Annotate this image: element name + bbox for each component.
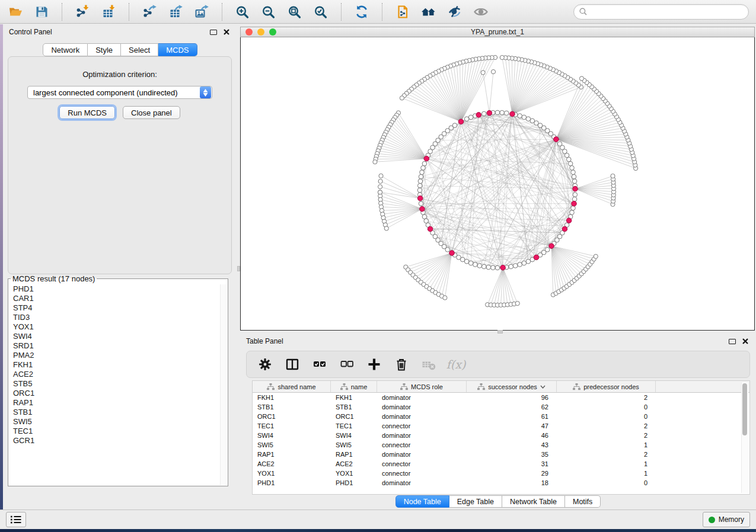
graph-leaf-node[interactable] [379,174,383,178]
table-row[interactable]: PHD1PHD1dominator180 [253,478,749,488]
tab-style[interactable]: Style [88,43,121,56]
graph-edge[interactable] [512,58,513,114]
mcds-result-item[interactable]: SWI4 [13,332,220,341]
graph-node[interactable] [445,248,450,252]
tab-select[interactable]: Select [121,43,158,56]
graph-node[interactable] [504,111,509,116]
graph-node[interactable] [486,265,491,270]
graph-edge[interactable] [395,117,426,158]
export-image-icon[interactable] [193,4,210,20]
graph-edge[interactable] [414,87,461,122]
graph-node[interactable] [522,261,527,265]
graph-hub-node[interactable] [449,251,455,256]
network-canvas[interactable] [240,37,755,331]
table-row[interactable]: RAP1RAP1dominator352 [253,450,749,459]
graph-hub-node[interactable] [458,119,464,124]
graph-leaf-node[interactable] [400,96,404,100]
graph-node[interactable] [417,184,422,188]
graph-node[interactable] [491,265,496,270]
graph-edge[interactable] [512,68,550,114]
import-table-icon[interactable] [100,4,117,20]
mcds-result-item[interactable]: GCR1 [13,436,220,446]
graph-node[interactable] [518,114,522,118]
import-network-icon[interactable] [74,4,91,20]
graph-hub-node[interactable] [424,156,429,161]
mcds-result-item[interactable]: SRD1 [13,341,220,351]
network-from-document-icon[interactable] [394,4,411,20]
graph-node[interactable] [572,197,577,201]
graph-node[interactable] [513,264,518,268]
table-row[interactable]: YOX1YOX1connector291 [253,469,749,478]
tab-edge-table[interactable]: Edge Table [449,495,502,508]
graph-node[interactable] [468,115,473,120]
search-input[interactable] [590,7,743,17]
graph-edge[interactable] [551,246,575,280]
graph-edge[interactable] [512,81,573,114]
graph-leaf-node[interactable] [378,179,382,183]
graph-hub-node[interactable] [500,265,506,270]
column-header-MCDS-role[interactable]: MCDS role [377,381,467,392]
graph-hub-node[interactable] [572,201,577,206]
float-table-panel-icon[interactable] [728,336,737,346]
graph-edge[interactable] [484,114,503,268]
graph-node[interactable] [571,170,576,175]
graph-node[interactable] [573,193,578,197]
mcds-result-item[interactable]: STB1 [13,408,220,417]
close-panel-icon[interactable] [222,27,231,37]
graph-hub-node[interactable] [573,186,578,191]
graph-edge[interactable] [422,209,540,255]
graph-edge[interactable] [392,122,427,158]
close-table-panel-icon[interactable] [741,336,750,346]
graph-edge[interactable] [503,268,514,304]
zoom-fit-icon[interactable] [286,4,303,20]
mcds-result-item[interactable]: ACE2 [13,370,220,379]
graph-node[interactable] [572,175,576,180]
graph-hub-node[interactable] [549,243,554,249]
mcds-result-item[interactable]: SWI5 [13,417,220,427]
table-scrollbar-thumb[interactable] [742,383,747,435]
delete-column-icon[interactable] [394,357,409,372]
graph-node[interactable] [522,115,527,120]
graph-edge[interactable] [382,140,427,158]
graph-node[interactable] [417,188,422,193]
toggle-columns-icon[interactable] [285,357,300,372]
graph-node[interactable] [422,214,427,219]
graph-hub-node[interactable] [534,255,539,260]
graph-node[interactable] [422,161,427,166]
graph-node[interactable] [464,117,469,121]
graph-node[interactable] [482,111,487,116]
graph-leaf-node[interactable] [515,302,519,306]
graph-edge[interactable] [575,189,613,201]
graph-node[interactable] [500,110,505,115]
tab-node-table[interactable]: Node Table [395,495,449,508]
task-history-button[interactable] [6,512,26,527]
graph-node[interactable] [477,264,482,268]
graph-node[interactable] [468,261,473,265]
graph-edge[interactable] [556,139,631,149]
graph-node[interactable] [482,264,487,269]
graph-node[interactable] [420,170,425,175]
graph-edge[interactable] [483,73,490,113]
graph-edge[interactable] [509,58,512,114]
graph-edge[interactable] [380,193,420,198]
graph-leaf-node[interactable] [373,160,377,164]
graph-edge[interactable] [575,189,614,195]
float-panel-icon[interactable] [209,27,218,37]
graph-edge[interactable] [487,268,503,305]
graph-node[interactable] [545,248,550,252]
graph-leaf-node[interactable] [611,174,615,178]
graph-edge[interactable] [480,115,569,221]
zoom-selected-icon[interactable] [312,4,329,20]
memory-button[interactable]: Memory [703,512,750,527]
mcds-result-item[interactable]: TEC1 [13,427,220,436]
graph-node[interactable] [518,262,522,267]
column-header-successor-nodes[interactable]: successor nodes [467,381,557,392]
graph-hub-node[interactable] [487,110,492,116]
table-row[interactable]: ACE2ACE2connector311 [253,459,749,469]
graph-node[interactable] [570,166,575,171]
graph-leaf-node[interactable] [481,70,485,75]
graph-edge[interactable] [512,70,553,114]
graph-edge[interactable] [505,57,512,114]
mcds-result-item[interactable]: CAR1 [13,294,220,303]
graph-node[interactable] [568,161,573,166]
